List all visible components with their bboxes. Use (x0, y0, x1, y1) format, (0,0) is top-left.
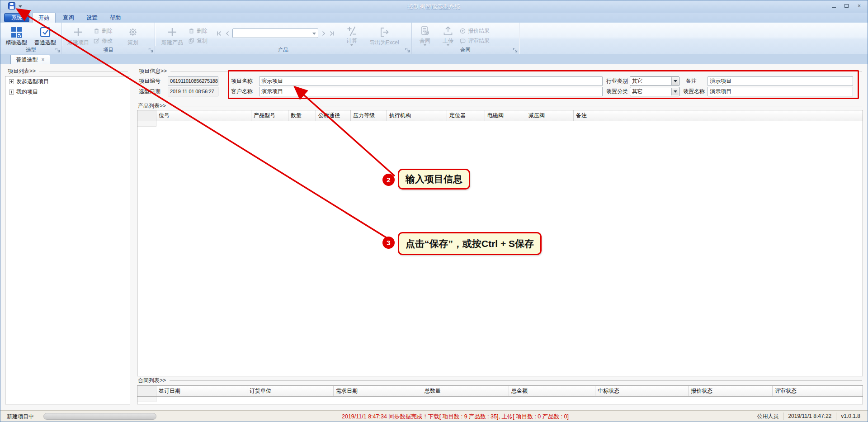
project-info-header: 项目信息>> (139, 67, 862, 75)
qat-customize-caret-icon[interactable] (19, 5, 22, 8)
review-result-button[interactable]: 评审结果 (459, 36, 495, 45)
col-diameter[interactable]: 公称通径 (316, 110, 351, 121)
system-menu-button[interactable]: 系统 (4, 13, 29, 22)
col-total-amount[interactable]: 总金额 (509, 386, 595, 396)
window-controls: × (829, 2, 864, 9)
next-record-icon[interactable] (320, 30, 327, 37)
chevron-down-icon (674, 80, 677, 82)
col-review-status[interactable]: 评审状态 (773, 386, 863, 396)
device-class-combobox[interactable]: 其它 (630, 87, 679, 96)
project-modify-button[interactable]: 修改 (93, 36, 121, 45)
precise-selection-icon (10, 25, 23, 39)
precise-selection-button[interactable]: 精确选型 (2, 24, 31, 46)
quote-result-button[interactable]: 报价结果 (459, 26, 495, 35)
industry-combobox[interactable]: 其它 (630, 76, 679, 86)
col-qty[interactable]: 数量 (288, 110, 316, 121)
normal-selection-button[interactable]: 普通选型 (31, 24, 60, 46)
expander-plus-icon[interactable] (9, 79, 14, 84)
tab-query[interactable]: 查询 (57, 13, 79, 23)
combo-arrow-button[interactable] (671, 77, 679, 85)
tab-close-icon[interactable]: × (41, 57, 44, 62)
maximize-button[interactable] (842, 2, 851, 9)
product-grid-header: 位号 产品型号 数量 公称通径 压力等级 执行机构 定位器 电磁阀 减压阀 备注 (137, 110, 863, 121)
dialog-launcher-icon[interactable] (55, 47, 61, 53)
col-quote-status[interactable]: 报价状态 (689, 386, 773, 396)
status-version: v1.0.1.8 (836, 413, 865, 420)
close-icon: × (858, 3, 861, 9)
tree-item-initiated-projects[interactable]: 发起选型项目 (5, 76, 130, 87)
customer-name-field[interactable]: 演示项目 (259, 87, 603, 96)
edit-icon (93, 38, 100, 44)
export-excel-button[interactable]: 导出为Excel (363, 24, 405, 46)
row-selector-header (137, 386, 156, 396)
upload-icon (442, 25, 454, 37)
group-label-project: 项目 (62, 46, 155, 54)
remark-field[interactable]: 演示项目 (708, 76, 853, 86)
step-2-badge: 2 (382, 174, 395, 186)
doc-tab-label: 普通选型 (16, 56, 38, 64)
callout-click-save: 点击“保存”，或按Ctrl + S保存 (398, 232, 542, 255)
selection-date-field[interactable]: 2019-11-01 08:56:27 (168, 87, 218, 96)
calculate-button[interactable]: 计算 (340, 24, 363, 46)
document-tab-bar: 普通选型 × (0, 54, 868, 64)
record-combobox[interactable] (232, 28, 318, 38)
minimize-button[interactable] (829, 2, 839, 9)
col-model[interactable]: 产品型号 (251, 110, 288, 121)
col-order-unit[interactable]: 订货单位 (247, 386, 334, 396)
col-remark[interactable]: 备注 (574, 110, 863, 121)
combo-arrow-button[interactable] (671, 88, 679, 95)
upload-button[interactable]: 上传 (437, 24, 459, 46)
contract-button[interactable]: 合同 (413, 24, 437, 46)
project-delete-button[interactable]: 删除 (93, 26, 121, 35)
col-pressure[interactable]: 压力等级 (351, 110, 387, 121)
tab-settings[interactable]: 设置 (81, 13, 103, 23)
tree-item-my-projects[interactable]: 我的项目 (5, 87, 130, 97)
col-total-qty[interactable]: 总数量 (422, 386, 509, 396)
plan-button[interactable]: 策划 (121, 24, 145, 46)
plus-minus-icon (346, 25, 358, 37)
plus-icon (166, 25, 178, 39)
dialog-launcher-icon[interactable] (512, 47, 518, 53)
dialog-launcher-icon[interactable] (148, 47, 154, 53)
col-actuator[interactable]: 执行机构 (387, 110, 447, 121)
new-product-button[interactable]: 新建产品 (156, 24, 188, 46)
save-icon[interactable] (8, 2, 16, 10)
project-no-label: 项目编号 (139, 76, 160, 86)
minimize-icon (832, 7, 836, 8)
speech-bubble-icon (459, 38, 466, 44)
col-bid-status[interactable]: 中标状态 (595, 386, 689, 396)
product-delete-button[interactable]: 删除 (188, 26, 215, 35)
col-demand-date[interactable]: 需求日期 (334, 386, 422, 396)
ribbon-tab-bar: 系统 开始 查询 设置 帮助 (0, 13, 868, 23)
col-reducer[interactable]: 减压阀 (526, 110, 574, 121)
project-tree-panel: 发起选型项目 我的项目 (5, 76, 130, 404)
device-class-label: 装置分类 (606, 87, 628, 96)
selection-date-label: 选型日期 (139, 87, 160, 96)
project-name-field[interactable]: 演示项目 (259, 76, 603, 86)
project-no-field[interactable]: 061911010856275188 (168, 76, 218, 86)
industry-label: 行业类别 (606, 76, 628, 86)
chevron-down-icon (312, 33, 316, 35)
tab-help[interactable]: 帮助 (104, 13, 126, 23)
ribbon: 精确选型 普通选型 选型 新建项目 (0, 23, 868, 54)
col-positioner[interactable]: 定位器 (447, 110, 485, 121)
dialog-launcher-icon[interactable] (405, 47, 410, 53)
col-tag[interactable]: 位号 (156, 110, 251, 121)
new-project-button[interactable]: 新建项目 (63, 24, 93, 46)
tab-start[interactable]: 开始 (32, 13, 56, 23)
tab-normal-selection[interactable]: 普通选型 × (10, 55, 50, 64)
normal-selection-icon (39, 25, 52, 39)
last-record-icon[interactable] (329, 30, 335, 37)
close-button[interactable]: × (854, 2, 864, 9)
status-right: 公用人员 2019/11/1 8:47:22 v1.0.1.8 (752, 411, 865, 422)
col-solenoid[interactable]: 电磁阀 (485, 110, 526, 121)
expander-plus-icon[interactable] (9, 90, 14, 95)
contract-document-icon (419, 25, 431, 37)
device-name-label: 装置名称 (683, 87, 705, 96)
title-bar: 控制阀智能选型系统 × (0, 0, 868, 13)
copy-icon-button[interactable]: 复制 (188, 36, 215, 45)
first-record-icon[interactable] (215, 30, 222, 37)
prev-record-icon[interactable] (224, 30, 231, 37)
device-name-field[interactable]: 演示项目 (708, 87, 853, 96)
col-sign-date[interactable]: 签订日期 (156, 386, 247, 396)
